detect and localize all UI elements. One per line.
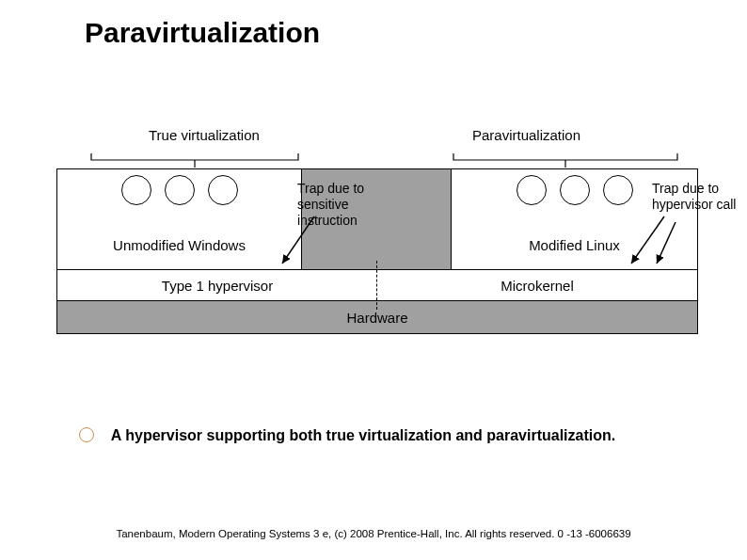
os-label-left: Unmodified Windows bbox=[57, 237, 301, 253]
label-paravirtualization: Paravirtualization bbox=[472, 127, 580, 143]
hypervisor-row: Type 1 hypervisor Microkernel bbox=[56, 269, 698, 300]
process-circle bbox=[603, 175, 633, 205]
caption-row: A hypervisor supporting both true virtua… bbox=[79, 425, 615, 444]
hardware-row: Hardware bbox=[56, 300, 698, 334]
process-circle bbox=[560, 175, 590, 205]
slide-title: Paravirtualization bbox=[85, 17, 320, 49]
process-circles-left bbox=[57, 169, 301, 220]
os-label-right: Modified Linux bbox=[452, 237, 697, 253]
slide: Paravirtualization True virtualization P… bbox=[0, 0, 747, 560]
callout-trap-sensitive: Trap due to sensitive instruction bbox=[297, 181, 391, 228]
process-circle bbox=[121, 175, 151, 205]
hypervisor-right: Microkernel bbox=[377, 270, 697, 300]
process-circle bbox=[208, 175, 238, 205]
caption-text: A hypervisor supporting both true virtua… bbox=[111, 427, 615, 443]
footer-citation: Tanenbaum, Modern Operating Systems 3 e,… bbox=[0, 528, 747, 539]
process-circle bbox=[165, 175, 195, 205]
os-box-unmodified-windows: Unmodified Windows bbox=[57, 169, 302, 269]
label-true-virtualization: True virtualization bbox=[149, 127, 260, 143]
bullet-icon bbox=[79, 427, 94, 442]
process-circle bbox=[517, 175, 547, 205]
callout-trap-hypervisor: Trap due to hypervisor call bbox=[652, 181, 746, 213]
diagram-top-labels: True virtualization Paravirtualization bbox=[56, 127, 698, 168]
diagram-container: True virtualization Paravirtualization U… bbox=[56, 127, 698, 334]
hypervisor-left: Type 1 hypervisor bbox=[57, 270, 377, 300]
